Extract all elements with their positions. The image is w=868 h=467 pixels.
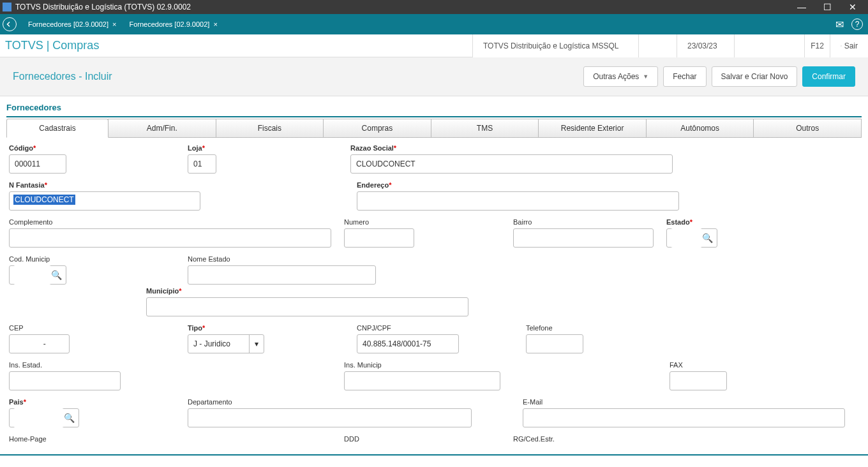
date-label: 23/03/23 [677,34,734,57]
search-icon[interactable]: 🔍 [702,233,713,243]
form-area[interactable]: Código* Loja* Razao Social* N Fantasia* … [6,137,862,443]
brand-breadcrumb: TOTVS | Compras [0,39,472,52]
window-title-bar: TOTVS Distribuição e Logística (TOTVS) 0… [0,0,868,14]
exit-button[interactable]: Sair [830,34,868,57]
maximize-button[interactable]: ☐ [814,2,840,12]
fechar-button[interactable]: Fechar [663,66,706,87]
tab-label: Fornecedores [02.9.0002] [28,20,108,28]
tab-residente-exterior[interactable]: Residente Exterior [538,119,647,138]
cep-field[interactable] [9,334,70,353]
label-insestad: Ins. Estad. [9,361,121,369]
f12-button[interactable]: F12 [804,34,830,57]
razao-social-field[interactable] [350,154,673,174]
close-icon[interactable]: × [112,20,116,28]
telefone-field[interactable] [526,334,583,353]
numero-field[interactable] [344,228,414,248]
mail-icon[interactable]: ✉ [835,19,844,31]
label-endereco: Endereço* [357,181,679,189]
tab-fornecedores-1[interactable]: Fornecedores [02.9.0002] × [22,17,123,32]
nfantasia-field[interactable]: CLOUDCONECT [9,191,200,211]
tipo-select[interactable]: J - Juridico ▾ [188,334,264,353]
label-telefone: Telefone [526,324,583,332]
label-nomeestado: Nome Estado [188,255,376,263]
label-email: E-Mail [523,398,845,406]
label-codigo: Código* [9,144,66,152]
top-info-bar: TOTVS | Compras TOTVS Distribuição e Log… [0,34,868,57]
env-label: TOTVS Distribuição e Logística MSSQL [472,34,638,57]
nfantasia-value: CLOUDCONECT [13,195,75,205]
chevron-down-icon: ▾ [249,335,258,353]
municipio-field[interactable] [146,297,468,316]
tab-outros[interactable]: Outros [753,119,862,138]
help-icon[interactable]: ? [851,19,863,30]
email-field[interactable] [523,408,845,427]
complemento-field[interactable] [9,228,331,248]
chevron-down-icon: ▼ [643,73,648,80]
label-cep: CEP [9,324,70,332]
exit-label: Sair [844,41,858,50]
tab-fiscais[interactable]: Fiscais [216,119,324,138]
label-insmunic: Ins. Municip [344,361,500,369]
form-tabs: Cadastrais Adm/Fin. Fiscais Compras TMS … [6,119,862,138]
outras-acoes-label: Outras Ações [593,72,639,81]
label-loja: Loja* [188,144,216,152]
label-bairro: Bairro [513,218,654,226]
tab-fornecedores-2[interactable]: Fornecedores [02.9.0002] × [123,17,223,32]
bairro-field[interactable] [513,228,654,248]
label-pais: Pais* [9,398,79,406]
section-title: Fornecedores [6,100,862,117]
minimize-button[interactable]: — [789,2,814,12]
tab-tms[interactable]: TMS [431,119,539,138]
label-numero: Numero [344,218,414,226]
empty-cell-2 [734,34,804,57]
search-icon[interactable]: 🔍 [51,270,62,280]
cnpj-field[interactable] [357,334,459,353]
tab-admfin[interactable]: Adm/Fin. [108,119,216,138]
label-codmunic: Cod. Municip [9,255,66,263]
empty-cell-1 [638,34,677,57]
label-cnpj: CNPJ/CPF [357,324,459,332]
close-icon[interactable]: × [213,20,217,28]
home-button[interactable] [3,17,17,31]
label-rg: RG/Ced.Estr. [513,435,692,443]
label-tipo: Tipo* [188,324,264,332]
label-nfantasia: N Fantasia* [9,181,200,189]
pais-field[interactable]: 🔍 [9,408,79,427]
estado-field[interactable]: 🔍 [666,228,717,248]
pais-input[interactable] [13,408,64,427]
tab-cadastrais[interactable]: Cadastrais [6,119,108,138]
confirmar-button[interactable]: Confirmar [802,66,855,87]
nome-estado-field[interactable] [188,265,376,285]
departamento-field[interactable] [188,408,472,427]
tipo-value: J - Juridico [193,339,230,348]
ins-estad-field[interactable] [9,371,121,390]
endereco-field[interactable] [357,191,679,211]
codigo-field[interactable] [9,154,66,174]
label-departamento: Departamento [188,398,472,406]
close-window-button[interactable]: ✕ [840,2,865,12]
label-homepage: Home-Page [9,435,296,443]
salvar-criar-novo-button[interactable]: Salvar e Criar Novo [712,66,798,87]
loja-field[interactable] [188,154,216,174]
fax-field[interactable] [670,371,727,390]
codmunic-field[interactable]: 🔍 [9,265,66,285]
label-complemento: Complemento [9,218,331,226]
page-header: Fornecedores - Incluir Outras Ações ▼ Fe… [0,57,868,96]
ins-municip-field[interactable] [344,371,500,390]
footer-border [0,454,868,467]
page-title: Fornecedores - Incluir [13,71,578,82]
tab-label: Fornecedores [02.9.0002] [129,20,209,28]
search-icon[interactable]: 🔍 [64,413,75,423]
outras-acoes-button[interactable]: Outras Ações ▼ [583,66,658,87]
app-icon [3,3,11,11]
label-estado: Estado* [666,218,717,226]
label-razao: Razao Social* [350,144,673,152]
tab-compras[interactable]: Compras [323,119,431,138]
tab-strip: Fornecedores [02.9.0002] × Fornecedores … [0,14,868,34]
estado-input[interactable] [671,228,702,248]
tab-autonomos[interactable]: Autônomos [646,119,754,138]
label-fax: FAX [670,361,727,369]
codmunic-input[interactable] [13,265,51,285]
label-ddd: DDD [344,435,379,443]
window-title: TOTVS Distribuição e Logística (TOTVS) 0… [15,3,789,11]
